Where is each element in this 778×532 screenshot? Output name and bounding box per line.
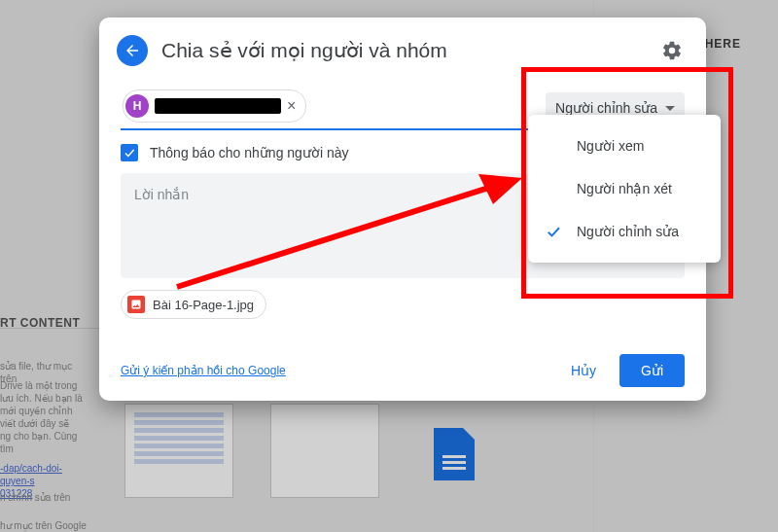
cancel-button[interactable]: Hủy xyxy=(555,355,612,386)
notify-checkbox[interactable] xyxy=(121,144,138,161)
recipient-input[interactable]: H × xyxy=(121,86,532,130)
menu-item-label: Người chỉnh sửa xyxy=(577,224,679,239)
dialog-header: Chia sẻ với mọi người và nhóm xyxy=(99,18,706,72)
chevron-down-icon xyxy=(665,106,675,111)
settings-button[interactable] xyxy=(659,38,685,63)
menu-item-label: Người xem xyxy=(577,138,644,154)
recipient-name-redacted xyxy=(155,98,281,114)
menu-item-viewer[interactable]: Người xem xyxy=(528,124,721,167)
menu-item-label: Người nhận xét xyxy=(577,181,672,196)
dialog-footer: Gửi ý kiến phản hồi cho Google Hủy Gửi xyxy=(121,354,685,387)
check-icon xyxy=(545,223,562,240)
permission-menu: Người xem Người nhận xét Người chỉnh sửa xyxy=(528,115,721,263)
gear-icon xyxy=(661,40,683,61)
menu-check-slot xyxy=(544,223,563,240)
attachment-row: Bài 16-Page-1.jpg xyxy=(121,290,685,319)
permission-label: Người chỉnh sửa xyxy=(555,100,657,116)
attachment-name: Bài 16-Page-1.jpg xyxy=(153,298,254,312)
notify-label: Thông báo cho những người này xyxy=(150,145,348,160)
dialog-title: Chia sẻ với mọi người và nhóm xyxy=(161,39,659,62)
feedback-link[interactable]: Gửi ý kiến phản hồi cho Google xyxy=(121,364,286,377)
send-button[interactable]: Gửi xyxy=(619,354,685,387)
check-icon xyxy=(123,146,136,160)
share-dialog: Chia sẻ với mọi người và nhóm H × Người … xyxy=(99,18,706,401)
recipient-chip[interactable]: H × xyxy=(123,89,306,123)
menu-item-commenter[interactable]: Người nhận xét xyxy=(528,167,721,210)
avatar: H xyxy=(125,94,149,118)
menu-item-editor[interactable]: Người chỉnh sửa xyxy=(528,210,721,253)
back-button[interactable] xyxy=(117,35,148,66)
attachment-chip[interactable]: Bài 16-Page-1.jpg xyxy=(121,290,266,319)
arrow-left-icon xyxy=(124,42,141,59)
remove-recipient-button[interactable]: × xyxy=(283,98,300,114)
image-icon xyxy=(127,296,145,313)
